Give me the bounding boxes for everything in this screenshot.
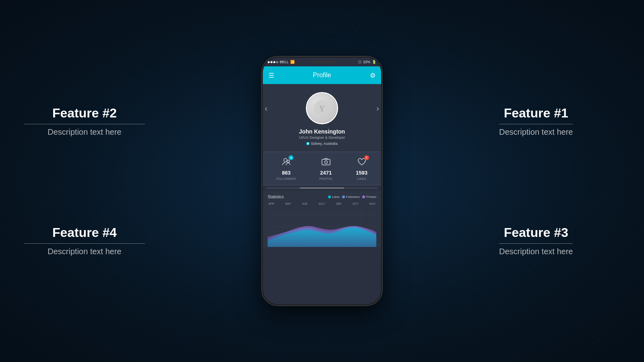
feature-3-block: Feature #3 Description text here: [499, 225, 573, 256]
feature-3-desc: Description text here: [499, 247, 573, 256]
feature-2-desc: Description text here: [24, 128, 145, 137]
feature-3-title: Feature #3: [499, 225, 573, 240]
bluetooth-icon: ⬡: [358, 60, 361, 64]
location-text: Sidney, Australia: [311, 142, 337, 146]
svg-point-2: [284, 158, 287, 162]
photos-icon-wrapper: [320, 157, 332, 168]
location-icon: [306, 142, 310, 145]
avatar-placeholder-icon: Y: [314, 100, 330, 116]
feature-4-title: Feature #4: [24, 225, 145, 240]
status-left: BELL 📶: [268, 60, 295, 64]
svg-point-3: [287, 160, 289, 162]
chart-svg: [268, 207, 376, 247]
month-apr: APR: [268, 202, 274, 205]
avatar-inner: Y: [307, 93, 337, 123]
profile-section: ‹ › Y John Kensington UI/UX Designer & D…: [263, 84, 381, 152]
legend-likes-dot: [328, 195, 331, 198]
legend-likes-label: Likes: [332, 195, 340, 199]
month-sep: SEP: [336, 202, 342, 205]
feature-2-title: Feature #2: [24, 106, 145, 121]
followers-icon-wrapper: 4: [281, 157, 292, 168]
battery-level: 22%: [363, 60, 370, 64]
nav-bar: ☰ Profile ⚙: [263, 66, 381, 84]
signal-dot-1: [268, 61, 270, 63]
svg-text:Y: Y: [319, 104, 325, 113]
signal-dots: [268, 61, 278, 63]
phone-mockup: BELL 📶 ⬡ 22% 🔋 ☰ Profile ⚙ ‹ ›: [262, 56, 382, 306]
month-jun: JUN: [302, 202, 308, 205]
photos-count: 2471: [320, 170, 332, 176]
stats-section: 4 863 FOLLOWERS: [263, 152, 381, 185]
month-may: MAY: [285, 202, 291, 205]
settings-icon[interactable]: ⚙: [370, 72, 376, 79]
user-location: Sidney, Australia: [306, 142, 337, 146]
followers-label: FOLLOWERS: [277, 177, 296, 180]
scroll-indicator: [267, 187, 377, 189]
legend-photos-label: Photos: [366, 195, 376, 199]
wifi-icon: 📶: [290, 60, 295, 64]
phone-inner: BELL 📶 ⬡ 22% 🔋 ☰ Profile ⚙ ‹ ›: [263, 58, 381, 304]
chart-title: Statistics: [268, 195, 284, 199]
likes-icon-wrapper: 7: [356, 157, 367, 168]
nav-title: Profile: [313, 72, 331, 79]
chart-section: Statistics Likes Followers Photos: [263, 191, 381, 247]
user-name: John Kensington: [299, 128, 345, 135]
menu-icon[interactable]: ☰: [268, 72, 274, 79]
likes-label: LIKES: [357, 177, 366, 180]
legend-likes: Likes: [328, 195, 340, 199]
signal-dot-4: [276, 61, 278, 63]
chart-wave-area: [268, 207, 376, 247]
feature-4-desc: Description text here: [24, 247, 145, 256]
signal-dot-2: [270, 61, 272, 63]
feature-1-block: Feature #1 Description text here: [499, 106, 573, 137]
feature-1-title: Feature #1: [499, 106, 573, 121]
features-right: Feature #1 Description text here Feature…: [499, 106, 620, 256]
chart-legend: Likes Followers Photos: [328, 195, 376, 199]
avatar: Y: [306, 92, 338, 124]
legend-followers: Followers: [342, 195, 360, 199]
scroll-thumb: [300, 187, 344, 189]
legend-photos-dot: [362, 195, 365, 198]
svg-point-5: [324, 160, 327, 163]
photos-icon: [322, 158, 330, 167]
month-july: JULY: [318, 202, 325, 205]
followers-badge: 4: [289, 155, 293, 160]
signal-dot-3: [273, 61, 275, 63]
feature-2-divider: [24, 124, 145, 124]
legend-photos: Photos: [362, 195, 376, 199]
month-nov: NOV: [369, 202, 376, 205]
legend-followers-dot: [342, 195, 345, 198]
svg-rect-4: [322, 159, 330, 165]
followers-stat[interactable]: 4 863 FOLLOWERS: [277, 157, 296, 180]
legend-followers-label: Followers: [346, 195, 360, 199]
photos-label: PHOTOS: [320, 177, 332, 180]
carousel-right-arrow[interactable]: ›: [376, 104, 379, 113]
month-oct: OCT: [353, 202, 359, 205]
phone-outer: BELL 📶 ⬡ 22% 🔋 ☰ Profile ⚙ ‹ ›: [262, 56, 382, 306]
feature-1-divider: [499, 124, 573, 124]
likes-stat[interactable]: 7 1593 LIKES: [356, 157, 367, 180]
likes-count: 1593: [356, 170, 367, 176]
likes-badge: 7: [364, 155, 369, 160]
chart-header: Statistics Likes Followers Photos: [268, 195, 376, 199]
feature-4-block: Feature #4 Description text here: [24, 225, 145, 256]
photos-stat[interactable]: 2471 PHOTOS: [320, 157, 332, 180]
feature-1-desc: Description text here: [499, 128, 573, 137]
carousel-left-arrow[interactable]: ‹: [265, 104, 268, 113]
followers-count: 863: [282, 170, 291, 176]
features-left: Feature #2 Description text here Feature…: [24, 106, 145, 256]
feature-4-divider: [24, 243, 145, 244]
carrier-label: BELL: [280, 60, 289, 64]
status-right: ⬡ 22% 🔋: [358, 60, 376, 64]
chart-months: APR MAY JUN JULY SEP OCT NOV: [268, 202, 376, 205]
battery-icon: 🔋: [372, 60, 376, 64]
feature-2-block: Feature #2 Description text here: [24, 106, 145, 137]
user-job-title: UI/UX Designer & Developer: [299, 136, 345, 140]
phone-notch: [310, 61, 334, 63]
feature-3-divider: [499, 243, 573, 244]
